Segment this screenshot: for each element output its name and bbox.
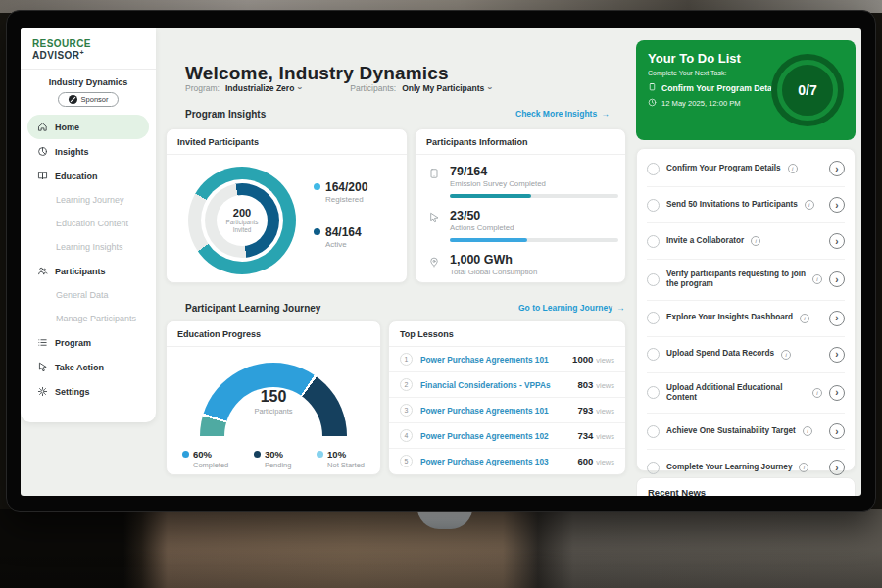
todo-checkbox[interactable] <box>647 273 660 286</box>
info-icon[interactable]: i <box>812 388 822 398</box>
brand-plus: + <box>79 49 84 56</box>
settings-icon <box>36 386 48 398</box>
sidebar-item-home[interactable]: Home <box>27 115 149 139</box>
donut-center: 200 Participants Invited <box>217 195 268 246</box>
legend-value: 164/200 <box>325 180 368 194</box>
gauge-center-label: Participants <box>200 407 347 416</box>
todo-checkbox[interactable] <box>647 199 660 212</box>
lesson-views-word: views <box>596 356 614 365</box>
legend-text: 164/200Registered <box>325 180 368 204</box>
actions-icon <box>428 209 441 242</box>
sidebar-item-settings[interactable]: Settings <box>21 379 156 404</box>
chevron-down-icon: › <box>485 87 495 90</box>
sidebar-item-label: Learning Insights <box>56 242 123 252</box>
participants-icon <box>36 266 48 277</box>
legend-value: 84/164 <box>325 225 362 239</box>
chevron-right-icon[interactable]: › <box>829 311 845 326</box>
sponsor-label: Sponsor <box>81 95 109 104</box>
lesson-link[interactable]: Power Purchase Agreements 102 <box>420 431 569 441</box>
education-gauge-chart: 150 Participants <box>200 363 347 437</box>
participants-dropdown[interactable]: Only My Participants › <box>402 83 491 93</box>
info-value: 79/164 <box>450 165 618 178</box>
program-insights-title: Program Insights <box>185 109 266 120</box>
lesson-link[interactable]: Power Purchase Agreements 101 <box>420 406 569 416</box>
sidebar-item-manage-participants[interactable]: Manage Participants <box>21 307 156 330</box>
gauge-legend: 60%Completed30%Pending10%Not Started <box>167 437 380 469</box>
info-icon[interactable]: i <box>788 164 798 173</box>
chevron-right-icon[interactable]: › <box>829 460 845 475</box>
legend-text: 60%Completed <box>193 449 228 469</box>
lesson-row: 5Power Purchase Agreements 103600views <box>389 449 625 473</box>
todo-checkbox[interactable] <box>647 163 660 175</box>
go-to-learning-journey-label: Go to Learning Journey <box>518 303 612 313</box>
sidebar-item-general-data[interactable]: General Data <box>21 283 156 307</box>
top-lessons-title: Top Lessons <box>389 321 625 347</box>
education-progress-card: Education Progress 150 Participants 60%C… <box>166 320 381 475</box>
lesson-views-word: views <box>596 381 614 390</box>
sidebar-item-education-content[interactable]: Education Content <box>21 212 156 235</box>
sidebar-item-label: Program <box>55 338 91 348</box>
todo-checkbox[interactable] <box>647 386 660 399</box>
todo-progress-ring: 0/7 <box>771 54 844 126</box>
top-lessons-list: 1Power Purchase Agreements 1011000views2… <box>389 347 625 473</box>
todo-item-label: Send 50 Invitations to Participants <box>666 200 798 210</box>
check-more-insights-label: Check More Insights <box>515 109 597 119</box>
legend-label: Not Started <box>327 461 365 469</box>
info-icon[interactable]: i <box>781 350 791 360</box>
program-dropdown[interactable]: Industrialize Zero › <box>225 83 301 93</box>
legend-dot <box>314 183 320 190</box>
todo-item-label: Upload Additional Educational Content <box>666 383 806 404</box>
sidebar-item-participants[interactable]: Participants <box>21 259 156 283</box>
chevron-right-icon[interactable]: › <box>829 197 845 213</box>
todo-item-invite-a-collaborator: Invite a Collaboratori› <box>647 223 845 260</box>
sidebar-item-learning-insights[interactable]: Learning Insights <box>21 235 156 259</box>
info-icon[interactable]: i <box>751 236 760 246</box>
chevron-right-icon[interactable]: › <box>829 347 845 363</box>
take-action-icon <box>36 362 48 373</box>
legend-label: Active <box>325 240 362 249</box>
todo-checkbox[interactable] <box>647 348 660 361</box>
info-icon[interactable]: i <box>803 426 812 436</box>
todo-checkbox[interactable] <box>647 312 660 324</box>
lesson-views-count: 1000 <box>572 354 593 365</box>
go-to-learning-journey-link[interactable]: Go to Learning Journey → <box>518 303 624 313</box>
chevron-right-icon[interactable]: › <box>829 233 845 249</box>
sidebar-item-program[interactable]: Program <box>21 330 156 355</box>
lesson-link[interactable]: Power Purchase Agreements 101 <box>420 355 564 365</box>
info-value: 1,000 GWh <box>450 253 537 267</box>
lesson-rank: 4 <box>400 429 413 442</box>
info-icon[interactable]: i <box>800 314 809 323</box>
lesson-rank: 2 <box>400 378 413 391</box>
check-more-insights-link[interactable]: Check More Insights → <box>515 109 610 119</box>
sidebar-item-learning-journey[interactable]: Learning Journey <box>21 188 156 212</box>
legend-percent: 10% <box>327 449 365 460</box>
todo-checkbox[interactable] <box>647 235 660 248</box>
chevron-right-icon[interactable]: › <box>829 423 845 439</box>
sidebar-item-education[interactable]: Education <box>21 164 156 188</box>
brand-advisor: ADVISOR <box>32 50 79 61</box>
todo-checkbox[interactable] <box>647 425 660 438</box>
sidebar-item-insights[interactable]: Insights <box>21 139 156 164</box>
chevron-right-icon[interactable]: › <box>829 271 845 287</box>
todo-items: Confirm Your Program Detailsi›Send 50 In… <box>647 151 845 486</box>
sidebar-item-label: Learning Journey <box>56 195 124 205</box>
legend-dot <box>254 451 261 458</box>
info-icon[interactable]: i <box>799 463 808 472</box>
brand-resource: RESOURCE <box>32 38 91 49</box>
info-icon[interactable]: i <box>812 274 822 284</box>
todo-item-achieve-one-sustainability-target: Achieve One Sustainability Targeti› <box>647 414 845 450</box>
top-lessons-card: Top Lessons 1Power Purchase Agreements 1… <box>388 320 626 475</box>
lesson-row: 2Financial Considerations - VPPAs803view… <box>389 372 625 398</box>
chevron-right-icon[interactable]: › <box>829 385 845 401</box>
info-label: Actions Completed <box>450 223 618 232</box>
sidebar-item-take-action[interactable]: Take Action <box>21 355 156 379</box>
info-icon[interactable]: i <box>805 200 814 210</box>
todo-checkbox[interactable] <box>647 462 660 474</box>
todo-summary-card: Your To Do List Complete Your Next Task:… <box>636 40 856 140</box>
sidebar-item-label: Education Content <box>56 219 128 228</box>
lesson-link[interactable]: Financial Considerations - VPPAs <box>420 380 569 390</box>
lesson-link[interactable]: Power Purchase Agreements 103 <box>420 457 569 466</box>
chevron-right-icon[interactable]: › <box>829 161 845 176</box>
legend-dot <box>317 451 323 458</box>
todo-item-label: Verify participants requesting to join t… <box>666 270 806 290</box>
